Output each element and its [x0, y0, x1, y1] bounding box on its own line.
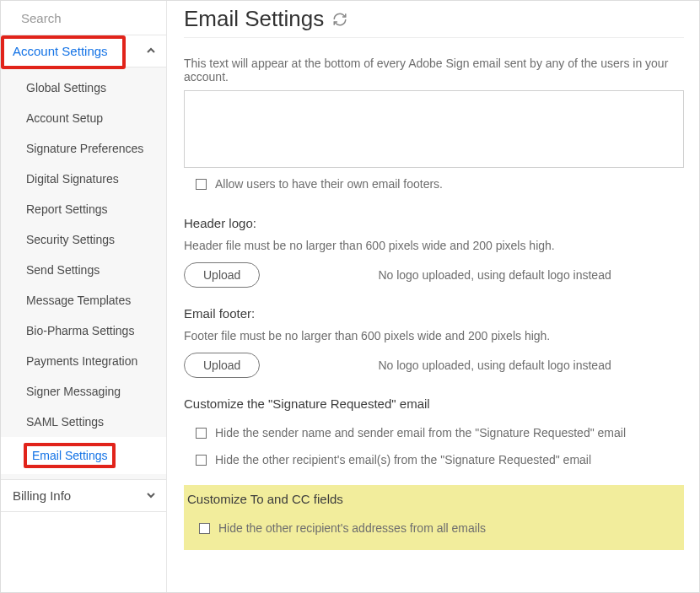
sidebar-header-billing-info[interactable]: Billing Info [1, 479, 166, 512]
sidebar-item-message-templates[interactable]: Message Templates [1, 285, 166, 315]
sidebar-item-payments-integration[interactable]: Payments Integration [1, 346, 166, 376]
header-logo-hint: Header file must be no larger than 600 p… [184, 239, 684, 252]
header-logo-heading: Header logo: [184, 216, 684, 230]
sidebar-item-email-settings[interactable]: Email Settings [1, 437, 166, 474]
sidebar-item-signer-messaging[interactable]: Signer Messaging [1, 376, 166, 407]
page-title: Email Settings [184, 6, 324, 32]
allow-own-footers-row[interactable]: Allow users to have their own email foot… [184, 170, 684, 197]
sidebar-item-security-settings[interactable]: Security Settings [1, 224, 166, 255]
highlight-to-cc-section: Customize To and CC fields Hide the othe… [184, 485, 684, 550]
chevron-down-icon [146, 488, 156, 503]
refresh-icon[interactable] [332, 12, 347, 27]
checkbox-icon [196, 179, 207, 190]
sig-req-hide-sender-row[interactable]: Hide the sender name and sender email fr… [184, 419, 684, 446]
main-panel: Email Settings This text will appear at … [167, 1, 699, 592]
footer-text-description: This text will appear at the bottom of e… [184, 57, 684, 84]
sig-req-hide-recipients-label: Hide the other recipient's email(s) from… [215, 453, 591, 466]
email-footer-heading: Email footer: [184, 306, 684, 321]
sidebar-item-report-settings[interactable]: Report Settings [1, 194, 166, 224]
email-footer-hint: Footer file must be no larger than 600 p… [184, 329, 684, 342]
app-frame: Account Settings Global Settings Account… [0, 0, 700, 593]
sidebar-header-account-settings[interactable]: Account Settings [1, 35, 166, 67]
sidebar-item-digital-signatures[interactable]: Digital Signatures [1, 164, 166, 194]
page-title-row: Email Settings [184, 6, 684, 38]
account-settings-section: Account Settings Global Settings Account… [1, 35, 166, 479]
sidebar-item-send-settings[interactable]: Send Settings [1, 255, 166, 285]
sig-req-hide-recipients-row[interactable]: Hide the other recipient's email(s) from… [184, 446, 684, 473]
sidebar-item-signature-preferences[interactable]: Signature Preferences [1, 133, 166, 164]
sidebar-item-bio-pharma-settings[interactable]: Bio-Pharma Settings [1, 315, 166, 346]
sidebar-item-account-setup[interactable]: Account Setup [1, 103, 166, 133]
email-footer-status: No logo uploaded, using default logo ins… [378, 358, 611, 372]
to-cc-hide-addresses-label: Hide the other recipient's addresses fro… [218, 521, 486, 535]
email-footer-upload-row: Upload No logo uploaded, using default l… [184, 353, 684, 378]
search-input[interactable] [21, 11, 181, 25]
highlight-email-settings: Email Settings [24, 443, 116, 468]
checkbox-icon [196, 428, 207, 439]
sidebar-item-global-settings[interactable]: Global Settings [1, 73, 166, 103]
checkbox-icon [199, 523, 210, 534]
chevron-up-icon [146, 44, 156, 58]
allow-own-footers-label: Allow users to have their own email foot… [215, 177, 443, 191]
sidebar-item-saml-settings[interactable]: SAML Settings [1, 407, 166, 437]
account-settings-items: Global Settings Account Setup Signature … [1, 67, 166, 479]
email-footer-upload-button[interactable]: Upload [184, 353, 260, 378]
header-logo-upload-button[interactable]: Upload [184, 262, 260, 288]
sig-req-heading: Customize the "Signature Requested" emai… [184, 396, 684, 411]
to-cc-heading: Customize To and CC fields [187, 492, 681, 506]
checkbox-icon [196, 455, 207, 466]
sidebar-header-label: Billing Info [13, 488, 71, 503]
email-footer-textarea[interactable] [184, 90, 684, 168]
sig-req-hide-sender-label: Hide the sender name and sender email fr… [215, 426, 626, 439]
header-logo-upload-row: Upload No logo uploaded, using default l… [184, 262, 684, 288]
search-row [1, 1, 166, 35]
header-logo-status: No logo uploaded, using default logo ins… [378, 268, 611, 282]
to-cc-hide-addresses-row[interactable]: Hide the other recipient's addresses fro… [187, 515, 681, 542]
sidebar-header-label: Account Settings [13, 44, 108, 58]
sig-req-options: Hide the sender name and sender email fr… [184, 419, 684, 473]
sidebar: Account Settings Global Settings Account… [1, 1, 167, 592]
